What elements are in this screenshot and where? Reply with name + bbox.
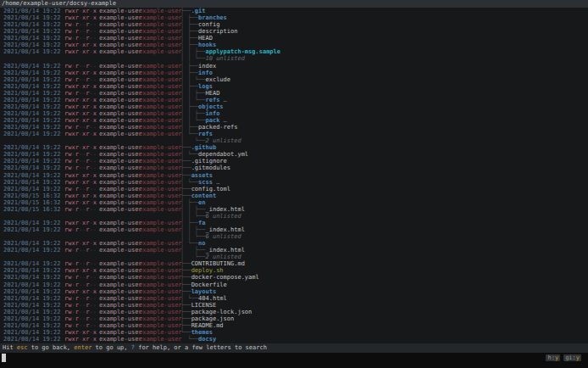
tree-row[interactable]: 2021/08/14 19:22rwxr-xr-xexample-userexa… <box>0 329 588 336</box>
flag-gitignore[interactable]: gi:y <box>563 354 581 361</box>
tree-branch-lines: ├── <box>180 186 191 192</box>
entry-name[interactable]: config.toml <box>191 186 230 192</box>
tree-row[interactable]: 2021/08/14 19:22rw-r--r--example-userexa… <box>0 322 588 329</box>
tree-row[interactable]: 2021/08/14 19:22rwxr-xr-xexample-userexa… <box>0 70 588 76</box>
flag-hidden[interactable]: h:y <box>546 354 560 361</box>
tree-row[interactable]: │ │ └──6 unlisted <box>0 233 588 240</box>
tree-row[interactable]: 2021/08/15 16:32rwxr-xr-xexample-userexa… <box>0 192 588 199</box>
entry-name[interactable]: branches <box>198 14 227 21</box>
tree-row[interactable]: │ │ └──6 unlisted <box>0 213 588 220</box>
tree-row[interactable]: 2021/08/14 19:22rwxr-xr-xexample-userexa… <box>0 144 588 151</box>
entry-name[interactable]: docsy <box>198 336 216 343</box>
tree-row[interactable]: 2021/08/14 19:22rw-r--r--example-userexa… <box>0 28 588 35</box>
entry-name[interactable]: _index.html <box>206 226 245 233</box>
entry-name[interactable]: assets <box>191 172 213 179</box>
entry-name[interactable]: package-lock.json <box>191 309 252 315</box>
tree-branch-lines: │ ├── <box>180 14 198 21</box>
entry-name[interactable]: refs <box>206 97 220 103</box>
entry-name[interactable]: Dockerfile <box>191 282 227 288</box>
entry-name[interactable]: .gitmodules <box>191 164 230 171</box>
tree-row[interactable]: 2021/08/14 19:22rw-r--r--example-userexa… <box>0 151 588 158</box>
tree-row[interactable]: 2021/08/14 19:22rw-r--r--example-userexa… <box>0 315 588 322</box>
tree-row[interactable]: 2021/08/14 19:22rw-r--r--example-userexa… <box>0 309 588 315</box>
tree-row[interactable]: 2021/08/14 19:22rw-r--r--example-userexa… <box>0 260 588 267</box>
entry-name[interactable]: packed-refs <box>198 124 237 131</box>
tree-row[interactable]: 2021/08/14 19:22rwxr-xr-xexample-userexa… <box>0 110 588 117</box>
tree-row[interactable]: 2021/08/14 19:22rwxr-xr-xexample-userexa… <box>0 8 588 14</box>
entry-name[interactable]: exclude <box>206 76 231 83</box>
entry-name[interactable]: .git <box>191 8 206 14</box>
tree-row[interactable]: 2021/08/14 19:22rw-r--r--example-userexa… <box>0 164 588 171</box>
tree-row[interactable]: │ │ └──10 unlisted <box>0 55 588 62</box>
tree-row[interactable]: 2021/08/14 19:22rwxr-xr-xexample-userexa… <box>0 172 588 179</box>
root-path-bar[interactable]: /home/example-user/docsy-example <box>0 0 588 8</box>
row-perms: rw-r--r-- <box>64 28 97 35</box>
tree-row[interactable]: 2021/08/14 19:22rw-r--r--example-userexa… <box>0 35 588 42</box>
entry-name[interactable]: themes <box>191 329 213 336</box>
entry-name[interactable]: LICENSE <box>191 302 217 309</box>
entry-name[interactable]: description <box>198 28 237 35</box>
tree-row[interactable]: 2021/08/14 19:22rw-r--r--example-userexa… <box>0 247 588 254</box>
entry-name[interactable]: _index.html <box>206 247 245 254</box>
tree-row[interactable]: 2021/08/14 19:22rw-r--r--example-userexa… <box>0 295 588 302</box>
tree-row[interactable]: │ └──2 unlisted <box>0 137 588 144</box>
status-text: for help, or a few letters to search <box>135 344 267 351</box>
entry-name[interactable]: layouts <box>191 288 217 295</box>
tree-row[interactable]: 2021/08/14 19:22rwxr-xr-xexample-userexa… <box>0 179 588 186</box>
tree-row[interactable]: │ └──2 unlisted <box>0 254 588 260</box>
tree-row[interactable]: 2021/08/14 19:22rw-r--r--example-userexa… <box>0 226 588 233</box>
entry-name[interactable]: fa <box>198 220 205 226</box>
tree-branch-lines: │ │ ├── <box>180 110 206 117</box>
entry-name[interactable]: content <box>191 192 217 199</box>
tree-row[interactable]: 2021/08/14 19:22rw-r--r--example-userexa… <box>0 186 588 192</box>
tree-row[interactable]: 2021/08/14 19:22rw-r--r--example-userexa… <box>0 282 588 288</box>
row-perms: rw-r--r-- <box>64 226 97 233</box>
entry-name[interactable]: README.md <box>191 322 224 329</box>
entry-name[interactable]: _index.html <box>206 206 245 213</box>
entry-name[interactable]: info <box>198 70 213 76</box>
tree-row[interactable]: 2021/08/14 19:22rwxr-xr-xexample-userexa… <box>0 288 588 295</box>
tree-row[interactable]: 2021/08/15 16:32rw-r--r--example-userexa… <box>0 206 588 213</box>
tree-row[interactable]: 2021/08/14 19:22rwxr-xr-xexample-userexa… <box>0 336 588 343</box>
entry-name[interactable]: index <box>198 63 216 70</box>
entry-name[interactable]: package.json <box>191 315 235 322</box>
tree-row[interactable]: 2021/08/14 19:22rwxr-xr-xexample-userexa… <box>0 83 588 90</box>
row-user: example-user <box>99 42 142 48</box>
tree-row[interactable]: 2021/08/14 19:22rw-r--r--example-userexa… <box>0 90 588 97</box>
entry-name[interactable]: config <box>198 21 219 28</box>
entry-name[interactable]: refs <box>198 131 213 137</box>
tree-row[interactable]: 2021/08/14 19:22rw-r--r--example-userexa… <box>0 274 588 281</box>
tree-row[interactable]: 2021/08/14 19:22rw-r--r--example-userexa… <box>0 76 588 83</box>
entry-name[interactable]: no <box>198 240 205 247</box>
tree-row[interactable]: 2021/08/14 19:22rwxr-xr-xexample-userexa… <box>0 267 588 274</box>
tree-row[interactable]: 2021/08/14 19:22rwxr-xr-xexample-userexa… <box>0 97 588 103</box>
tree-row[interactable]: 2021/08/14 19:22rwxr-xr-xexample-userexa… <box>0 103 588 110</box>
tree-row[interactable]: 2021/08/14 19:22rwxr-xr-xexample-userexa… <box>0 131 588 137</box>
flag-value: y <box>576 354 580 361</box>
entry-name[interactable]: docker-compose.yaml <box>191 274 259 281</box>
entry-name[interactable]: objects <box>198 103 224 110</box>
tree-row[interactable]: 2021/08/14 19:22rw-r--r--example-userexa… <box>0 158 588 164</box>
input-line[interactable]: h:ygi:y <box>0 353 588 368</box>
tree-row[interactable]: 2021/08/14 19:22rwxr-xr-xexample-userexa… <box>0 42 588 48</box>
row-perms: rwxr-xr-x <box>64 48 97 55</box>
tree-row[interactable]: 2021/08/14 19:22rw-r--r--example-userexa… <box>0 124 588 131</box>
entry-name[interactable]: HEAD <box>206 90 220 97</box>
tree-row[interactable]: 2021/08/14 19:22rwxr-xr-xexample-userexa… <box>0 117 588 124</box>
tree-row[interactable]: 2021/08/14 19:22rw-r--r--example-userexa… <box>0 302 588 309</box>
row-group: example-user <box>139 110 182 117</box>
tree-row[interactable]: 2021/08/14 19:22rw-r--r--example-userexa… <box>0 63 588 70</box>
entry-name[interactable]: info <box>206 110 220 117</box>
tree-row[interactable]: 2021/08/14 19:22rw-r--r--example-userexa… <box>0 21 588 28</box>
tree-row[interactable]: 2021/08/15 16:32rwxr-xr-xexample-userexa… <box>0 199 588 206</box>
entry-name[interactable]: logs <box>198 83 213 90</box>
tree-row[interactable]: 2021/08/14 19:22rwxr-xr-xexample-userexa… <box>0 48 588 55</box>
entry-name[interactable]: en <box>198 199 205 206</box>
tree-row[interactable]: 2021/08/14 19:22rwxr-xr-xexample-userexa… <box>0 220 588 226</box>
entry-name[interactable]: 404.html <box>198 295 227 302</box>
tree-row[interactable]: 2021/08/14 19:22rwxr-xr-xexample-userexa… <box>0 240 588 247</box>
tree-row[interactable]: 2021/08/14 19:22rwxr-xr-xexample-userexa… <box>0 14 588 21</box>
row-user: example-user <box>99 226 142 233</box>
entry-name[interactable]: scss <box>198 179 213 186</box>
entry-name[interactable]: pack <box>206 117 220 124</box>
